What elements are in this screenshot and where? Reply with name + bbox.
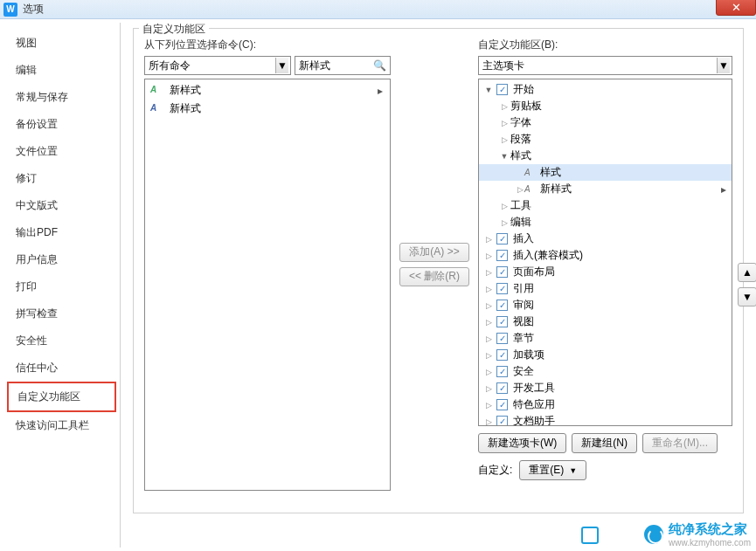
expand-icon[interactable] xyxy=(484,401,493,410)
ok-button-fragment[interactable] xyxy=(581,527,599,544)
sidebar-item[interactable]: 输出PDF xyxy=(7,219,116,246)
tree-row[interactable]: ✓审阅 xyxy=(479,297,732,313)
move-up-button[interactable]: ▲ xyxy=(738,263,756,282)
expand-icon[interactable] xyxy=(484,384,493,393)
style-icon: A xyxy=(524,168,537,177)
expand-icon[interactable] xyxy=(484,417,493,426)
ribbon-column: 自定义功能区(B): 主选项卡 ▼ ✓开始剪贴板字体段落样式A样式A新样式▸工具… xyxy=(478,38,732,491)
window-title: 选项 xyxy=(23,2,44,17)
expand-icon[interactable] xyxy=(484,318,493,327)
tree-row[interactable]: ✓页面布局 xyxy=(479,264,732,280)
reorder-buttons: ▲ ▼ xyxy=(738,263,756,306)
combo-value: 主选项卡 xyxy=(482,59,524,73)
tree-row[interactable]: 剪贴板 xyxy=(479,98,732,114)
expand-icon[interactable] xyxy=(500,152,509,161)
new-group-button[interactable]: 新建组(N) xyxy=(572,433,637,453)
checkbox[interactable]: ✓ xyxy=(496,266,508,278)
sidebar-item[interactable]: 视图 xyxy=(7,30,116,57)
expand-icon[interactable] xyxy=(484,334,493,343)
style-icon: A xyxy=(150,103,164,115)
tree-row[interactable]: ✓插入 xyxy=(479,231,732,247)
tree-row[interactable]: ✓引用 xyxy=(479,280,732,297)
tree-row[interactable]: 字体 xyxy=(479,114,732,131)
expand-icon[interactable] xyxy=(484,86,493,94)
commands-source-combo[interactable]: 所有命令 ▼ xyxy=(144,56,291,75)
tree-label: 新样式 xyxy=(538,182,572,196)
sidebar-item[interactable]: 常规与保存 xyxy=(7,84,116,111)
rename-button[interactable]: 重命名(M)... xyxy=(642,433,718,453)
sidebar-item[interactable]: 安全性 xyxy=(7,327,116,355)
sidebar-item[interactable]: 用户信息 xyxy=(7,246,116,273)
tree-row[interactable]: 样式 xyxy=(479,148,732,164)
command-search-input[interactable]: 新样式 🔍 xyxy=(295,56,391,75)
expand-icon[interactable] xyxy=(500,119,509,127)
ribbon-tabs-combo[interactable]: 主选项卡 ▼ xyxy=(478,56,732,75)
sidebar-item[interactable]: 自定义功能区 xyxy=(7,382,116,412)
reset-button[interactable]: 重置(E) ▼ xyxy=(519,460,586,480)
expand-icon[interactable] xyxy=(484,368,493,376)
expand-icon[interactable] xyxy=(500,102,509,111)
checkbox[interactable]: ✓ xyxy=(496,366,508,377)
tree-label: 剪贴板 xyxy=(509,99,542,114)
chevron-down-icon: ▼ xyxy=(569,466,577,475)
expand-icon[interactable] xyxy=(484,235,493,244)
commands-list[interactable]: A新样式▸A新样式 xyxy=(144,79,391,491)
ribbon-tree[interactable]: ✓开始剪贴板字体段落样式A样式A新样式▸工具编辑✓插入✓插入(兼容模式)✓页面布… xyxy=(478,79,732,426)
checkbox[interactable]: ✓ xyxy=(496,316,508,327)
tree-row[interactable]: A样式 xyxy=(479,164,732,181)
app-icon: W xyxy=(3,3,17,17)
sidebar-item[interactable]: 文件位置 xyxy=(7,138,116,165)
tree-row[interactable]: ✓加载项 xyxy=(479,347,732,363)
checkbox[interactable]: ✓ xyxy=(496,333,508,344)
tree-label: 插入(兼容模式) xyxy=(511,248,583,263)
tree-row[interactable]: ✓章节 xyxy=(479,330,732,347)
list-item[interactable]: A新样式▸ xyxy=(147,81,388,100)
expand-icon[interactable] xyxy=(516,185,524,194)
checkbox[interactable]: ✓ xyxy=(496,250,508,261)
checkbox[interactable]: ✓ xyxy=(496,283,508,294)
expand-icon[interactable] xyxy=(484,251,493,260)
checkbox[interactable]: ✓ xyxy=(496,416,508,426)
move-down-button[interactable]: ▼ xyxy=(738,287,756,306)
sidebar-item[interactable]: 备份设置 xyxy=(7,111,116,138)
tree-row[interactable]: 编辑 xyxy=(479,214,732,231)
expand-icon[interactable] xyxy=(484,285,493,293)
new-tab-button[interactable]: 新建选项卡(W) xyxy=(478,433,566,453)
tree-row[interactable]: ✓文档助手 xyxy=(479,413,732,426)
expand-icon[interactable] xyxy=(500,135,509,144)
tree-row[interactable]: 段落 xyxy=(479,131,732,148)
remove-button[interactable]: << 删除(R) xyxy=(399,267,469,286)
tree-row[interactable]: ✓开始 xyxy=(479,81,732,98)
expand-icon[interactable] xyxy=(500,202,509,210)
checkbox[interactable]: ✓ xyxy=(496,399,508,410)
expand-icon[interactable] xyxy=(484,351,493,360)
tree-row[interactable]: A新样式▸ xyxy=(479,181,732,197)
sidebar-item[interactable]: 快速访问工具栏 xyxy=(7,412,116,439)
add-button[interactable]: 添加(A) >> xyxy=(399,243,469,262)
tree-label: 段落 xyxy=(509,132,531,147)
list-item[interactable]: A新样式 xyxy=(147,100,388,118)
tree-row[interactable]: ✓开发工具 xyxy=(479,380,732,396)
tree-row[interactable]: ✓视图 xyxy=(479,313,732,330)
sidebar-item[interactable]: 打印 xyxy=(7,273,116,300)
expand-icon[interactable] xyxy=(484,301,493,310)
ribbon-fieldset: 自定义功能区 从下列位置选择命令(C): 所有命令 ▼ 新样式 🔍 xyxy=(133,28,744,513)
tree-row[interactable]: 工具 xyxy=(479,197,732,214)
watermark: 纯净系统之家 www.kzmyhome.com xyxy=(644,521,751,548)
tree-row[interactable]: ✓特色应用 xyxy=(479,396,732,413)
sidebar-item[interactable]: 修订 xyxy=(7,165,116,192)
sidebar-item[interactable]: 编辑 xyxy=(7,57,116,84)
checkbox[interactable]: ✓ xyxy=(496,349,508,361)
tree-row[interactable]: ✓插入(兼容模式) xyxy=(479,247,732,264)
sidebar-item[interactable]: 拼写检查 xyxy=(7,300,116,327)
checkbox[interactable]: ✓ xyxy=(496,300,508,311)
sidebar-item[interactable]: 中文版式 xyxy=(7,192,116,219)
tree-row[interactable]: ✓安全 xyxy=(479,363,732,380)
checkbox[interactable]: ✓ xyxy=(496,84,508,95)
checkbox[interactable]: ✓ xyxy=(496,382,508,394)
close-button[interactable]: ✕ xyxy=(716,0,756,16)
expand-icon[interactable] xyxy=(500,218,509,227)
sidebar-item[interactable]: 信任中心 xyxy=(7,355,116,382)
expand-icon[interactable] xyxy=(484,268,493,277)
checkbox[interactable]: ✓ xyxy=(496,233,508,245)
